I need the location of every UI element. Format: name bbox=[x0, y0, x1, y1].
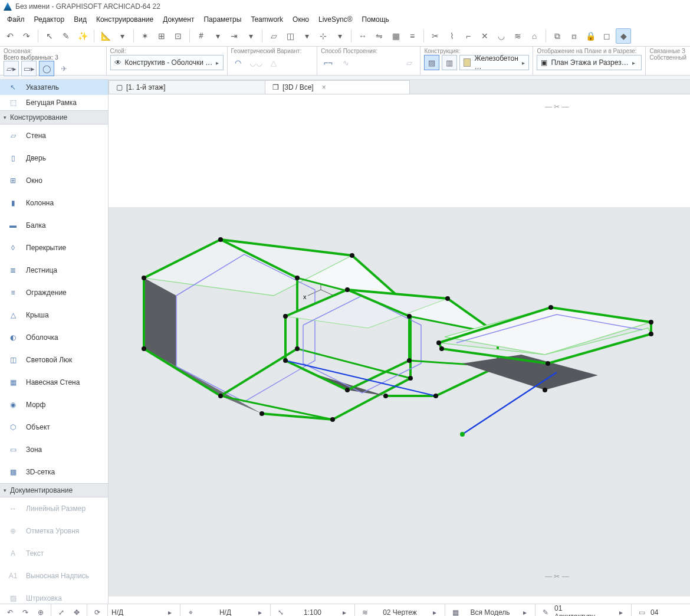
tool-marquee[interactable]: ⬚ Бегущая Рамка bbox=[0, 95, 108, 110]
construct-mode-2[interactable]: ∿ bbox=[339, 55, 353, 70]
menu-окно[interactable]: Окно bbox=[288, 14, 314, 25]
tool-shell[interactable]: ◐Оболочка bbox=[0, 326, 108, 349]
zoom-next-icon[interactable]: ↷ bbox=[19, 606, 32, 616]
suspend-icon[interactable]: ◻ bbox=[599, 28, 615, 44]
show-icon[interactable]: ◆ bbox=[616, 28, 631, 44]
dropdown-icon[interactable]: ▾ bbox=[332, 28, 347, 44]
tab-view[interactable]: ▢[1. 1-й этаж] bbox=[109, 80, 265, 94]
dropdown-icon[interactable]: ▾ bbox=[114, 28, 130, 44]
axes-icon[interactable]: ⊹ bbox=[316, 28, 331, 44]
tool-label[interactable]: A1Выносная Надпись bbox=[0, 565, 108, 587]
menu-livesync®[interactable]: LiveSync® bbox=[314, 14, 357, 25]
tool-pointer[interactable]: ↖ Указатель bbox=[0, 80, 108, 95]
geom-variant-2[interactable]: ◡◡ bbox=[249, 55, 263, 70]
section-design[interactable]: ▾ Конструирование bbox=[0, 110, 108, 124]
orbit-icon[interactable]: ⟳ bbox=[91, 606, 104, 616]
tool-window[interactable]: ⊞Окно bbox=[0, 169, 108, 192]
model-icon[interactable]: ▦ bbox=[449, 606, 462, 616]
section-documentation[interactable]: ▾ Документирование bbox=[0, 483, 108, 497]
close-icon[interactable]: × bbox=[317, 83, 326, 91]
tool-slab[interactable]: ◊Перекрытие bbox=[0, 237, 108, 259]
tool-door[interactable]: ▯Дверь bbox=[0, 147, 108, 169]
snap1-icon[interactable]: ✶ bbox=[137, 28, 153, 44]
redo-icon[interactable]: ↷ bbox=[19, 28, 34, 44]
struct-type-1[interactable]: ▨ bbox=[424, 55, 439, 70]
geom-variant-3[interactable]: △ bbox=[267, 55, 281, 70]
tool-level[interactable]: ⊕Отметка Уровня bbox=[0, 520, 108, 542]
tool-column[interactable]: ▮Колонна bbox=[0, 192, 108, 214]
menu-файл[interactable]: Файл bbox=[2, 14, 29, 25]
chevron-right-icon[interactable]: ▸ bbox=[615, 606, 627, 616]
zoom-in-icon[interactable]: ⊕ bbox=[34, 606, 47, 616]
pan-icon[interactable]: ✥ bbox=[70, 606, 83, 616]
construct-extra-icon[interactable]: ▱ bbox=[402, 55, 416, 70]
gridref-icon[interactable]: ▦ bbox=[388, 28, 403, 44]
planes-icon[interactable]: ◫ bbox=[282, 28, 298, 44]
tool-curtainwall[interactable]: ▦Навесная Стена bbox=[0, 371, 108, 394]
menu-помощь[interactable]: Помощь bbox=[357, 14, 394, 25]
tool-morph[interactable]: ◉Морф bbox=[0, 394, 108, 416]
fillet-icon[interactable]: ◡ bbox=[494, 28, 509, 44]
chevron-right-icon[interactable]: ▸ bbox=[163, 606, 176, 616]
camera-icon[interactable]: ⌖ bbox=[184, 606, 197, 616]
align-icon[interactable]: ≡ bbox=[405, 28, 420, 44]
intersect-icon[interactable]: ✕ bbox=[477, 28, 492, 44]
tool-object[interactable]: ⬡Объект bbox=[0, 416, 108, 438]
chevron-right-icon[interactable]: ▸ bbox=[338, 606, 351, 616]
tool-beam[interactable]: ▬Балка bbox=[0, 214, 108, 237]
3d-viewport[interactable]: — ✂ — x y z bbox=[109, 94, 690, 604]
lock-icon[interactable]: 🔒 bbox=[583, 28, 598, 44]
guide-icon[interactable]: ⇥ bbox=[226, 28, 242, 44]
fit-window-icon[interactable]: ⤢ bbox=[55, 606, 68, 616]
dropdown-icon[interactable]: ▾ bbox=[243, 28, 258, 44]
magic-icon[interactable]: ⌂ bbox=[527, 28, 542, 44]
struct-type-2[interactable]: ▥ bbox=[442, 55, 457, 70]
tool-railing[interactable]: ≡Ограждение bbox=[0, 281, 108, 304]
tool-fill[interactable]: ▨Штриховка bbox=[0, 587, 108, 604]
menu-параметры[interactable]: Параметры bbox=[199, 14, 246, 25]
material-selector[interactable]: Железобетон … ▸ bbox=[459, 55, 529, 70]
trim-icon[interactable]: ✂ bbox=[428, 28, 443, 44]
select-mode-1[interactable]: ▭▸ bbox=[21, 61, 37, 76]
construct-mode-1[interactable]: ⌐¬ bbox=[321, 55, 335, 70]
menu-вид[interactable]: Вид bbox=[69, 14, 91, 25]
tool-zone[interactable]: ▭Зона bbox=[0, 438, 108, 461]
menu-редактор[interactable]: Редактор bbox=[29, 14, 70, 25]
pen-icon[interactable]: ✎ bbox=[539, 606, 552, 616]
zoom-prev-icon[interactable]: ↶ bbox=[4, 606, 17, 616]
shell-settings-icon[interactable]: ▱▸ bbox=[4, 61, 19, 76]
tool-text[interactable]: AТекст bbox=[0, 542, 108, 565]
undo-icon[interactable]: ↶ bbox=[2, 28, 18, 44]
geom-variant-1[interactable]: ◠ bbox=[231, 55, 245, 70]
tool-mesh[interactable]: ▩3D-сетка bbox=[0, 461, 108, 483]
tab-view[interactable]: ❒[3D / Все]× bbox=[265, 80, 410, 94]
tool-wall[interactable]: ▱Стена bbox=[0, 124, 108, 147]
tool-dim[interactable]: ↔Линейный Размер bbox=[0, 497, 108, 520]
plane-icon[interactable]: ▱ bbox=[266, 28, 281, 44]
split-icon[interactable]: ⌇ bbox=[444, 28, 459, 44]
adjust-icon[interactable]: ⌐ bbox=[461, 28, 476, 44]
dropdown-icon[interactable]: ▾ bbox=[210, 28, 225, 44]
wand-icon[interactable]: ✨ bbox=[75, 28, 90, 44]
ruler-icon[interactable]: 📐 bbox=[98, 28, 113, 44]
dropdown-icon[interactable]: ▾ bbox=[299, 28, 314, 44]
offset-icon[interactable]: ≋ bbox=[510, 28, 525, 44]
chevron-right-icon[interactable]: ▸ bbox=[518, 606, 531, 616]
menu-документ[interactable]: Документ bbox=[158, 14, 199, 25]
layers-icon[interactable]: ≋ bbox=[359, 606, 372, 616]
snap3-icon[interactable]: ⊡ bbox=[170, 28, 186, 44]
arrow-icon[interactable]: ↖ bbox=[42, 28, 57, 44]
snap2-icon[interactable]: ⊞ bbox=[154, 28, 169, 44]
group1-icon[interactable]: ⧉ bbox=[550, 28, 565, 44]
menu-конструирование[interactable]: Конструирование bbox=[91, 14, 158, 25]
plan-selector[interactable]: ▣ План Этажа и Разрез… ▸ bbox=[537, 55, 642, 70]
scale-icon[interactable]: ⤡ bbox=[274, 606, 287, 616]
mirror-icon[interactable]: ⇋ bbox=[372, 28, 387, 44]
layer-selector[interactable]: 👁 Конструктив - Оболочки … ▸ bbox=[110, 55, 224, 70]
measure-icon[interactable]: ✎ bbox=[58, 28, 74, 44]
page-icon[interactable]: ▭ bbox=[635, 606, 648, 616]
grid-icon[interactable]: ＃ bbox=[193, 28, 209, 44]
tool-roof[interactable]: △Крыша bbox=[0, 304, 108, 326]
chevron-right-icon[interactable]: ▸ bbox=[428, 606, 441, 616]
chevron-right-icon[interactable]: ▸ bbox=[254, 606, 267, 616]
